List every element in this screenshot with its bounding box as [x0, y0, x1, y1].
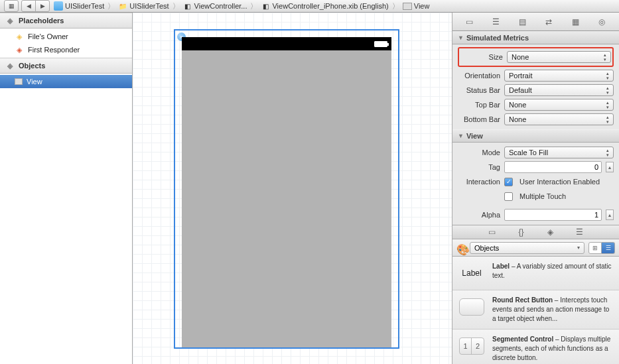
- view-mode-segment[interactable]: ⊞ ☰: [588, 242, 615, 254]
- crumb-file-en[interactable]: ◧ViewController_iPhone.xib (English): [259, 1, 389, 11]
- forward-button[interactable]: ▶: [35, 0, 50, 12]
- crumb-view[interactable]: View: [401, 2, 431, 10]
- library-item-segmented[interactable]: 12 Segmented Control – Displays multiple…: [452, 330, 619, 364]
- canvas-area: × ☰ ▭ ⊟ ⊡: [133, 13, 452, 364]
- popup-value: Objects: [474, 244, 499, 252]
- view-icon: [403, 3, 412, 10]
- snippet-icon[interactable]: {}: [516, 227, 527, 237]
- size-inspector-icon[interactable]: ▦: [570, 17, 581, 27]
- xib-icon: ◧: [261, 1, 270, 11]
- input-value: 1: [594, 211, 598, 219]
- tag-label: Tag: [458, 163, 500, 171]
- uie-label: User Interaction Enabled: [519, 178, 600, 186]
- list-view-icon[interactable]: ☰: [602, 242, 615, 254]
- section-label: View: [466, 132, 483, 140]
- grid-view-icon[interactable]: ⊞: [588, 242, 602, 254]
- outline-row-first-responder[interactable]: ◈First Responder: [0, 43, 132, 56]
- select-value: None: [512, 53, 529, 61]
- statusbar-label: Status Bar: [458, 86, 500, 94]
- crumb-label: ViewController_iPhone.xib (English): [272, 2, 388, 10]
- topbar-label: Top Bar: [458, 101, 500, 109]
- item-desc: Round Rect Button – Intercepts touch eve…: [492, 296, 614, 324]
- library-item-button[interactable]: Round Rect Button – Intercepts touch eve…: [452, 290, 619, 330]
- bottombar-label: Bottom Bar: [458, 115, 500, 123]
- orientation-label: Orientation: [458, 72, 500, 80]
- attributes-inspector-icon[interactable]: ⇄: [543, 17, 554, 27]
- tag-stepper[interactable]: ▲: [606, 162, 614, 172]
- top-toolbar: ▦ ◀ ▶ UISliderTest 〉 📁UISliderTest 〉 ◧Vi…: [0, 0, 619, 13]
- placeholders-header: ◈Placeholders: [0, 13, 132, 29]
- help-inspector-icon[interactable]: ☰: [491, 17, 502, 27]
- cube-icon: ◈: [5, 16, 15, 25]
- row-label: First Responder: [28, 46, 80, 54]
- file-template-icon[interactable]: ▭: [487, 227, 498, 237]
- identity-inspector-icon[interactable]: ▤: [517, 17, 528, 27]
- crumb-label: UISliderTest: [65, 2, 104, 10]
- library-item-label[interactable]: Label Label – A variably sized amount of…: [452, 257, 619, 290]
- folder-icon: 📁: [118, 1, 127, 11]
- view-section-header[interactable]: ▼View: [452, 129, 619, 143]
- outline-row-files-owner[interactable]: ◈File's Owner: [0, 30, 132, 43]
- crumb-project[interactable]: UISliderTest: [52, 1, 105, 11]
- alpha-stepper[interactable]: ▲: [606, 210, 614, 220]
- crumb-label: UISliderTest: [129, 2, 169, 10]
- disclosure-icon: ▼: [458, 133, 464, 139]
- cube-icon: ◈: [15, 45, 24, 54]
- media-library-icon[interactable]: ☰: [575, 227, 585, 237]
- cube-icon: ◈: [5, 61, 15, 70]
- select-value: Portrait: [509, 72, 532, 80]
- section-label: Simulated Metrics: [466, 34, 529, 42]
- tag-input[interactable]: 0: [504, 161, 602, 173]
- objects-popup[interactable]: Objects: [470, 242, 585, 254]
- object-library-icon[interactable]: ◈: [545, 227, 556, 237]
- topbar-select[interactable]: None: [504, 99, 614, 111]
- user-interaction-checkbox[interactable]: ✓: [504, 178, 513, 186]
- crumb-label: ViewController...: [194, 2, 247, 10]
- xib-icon: ◧: [183, 1, 192, 11]
- objects-header: ◈Objects: [0, 58, 132, 74]
- breadcrumb: UISliderTest 〉 📁UISliderTest 〉 ◧ViewCont…: [52, 1, 431, 11]
- chevron-right-icon: 〉: [392, 1, 399, 11]
- header-label: Placeholders: [19, 17, 64, 25]
- button-thumb: [458, 296, 486, 318]
- file-inspector-icon[interactable]: ▭: [464, 17, 475, 27]
- bottombar-select[interactable]: None: [504, 113, 614, 125]
- grid-icon[interactable]: ▦: [4, 0, 19, 12]
- canvas[interactable]: ×: [133, 13, 452, 364]
- crumb-file[interactable]: ◧ViewController...: [182, 1, 249, 11]
- alpha-label: Alpha: [458, 211, 500, 219]
- disclosure-icon: ▼: [458, 34, 464, 41]
- mt-label: Multiple Touch: [519, 192, 566, 200]
- crumb-folder[interactable]: 📁UISliderTest: [117, 1, 170, 11]
- select-value: None: [509, 115, 526, 123]
- interaction-label: Interaction: [458, 178, 500, 186]
- project-icon: [54, 1, 63, 11]
- view-icon: [15, 78, 23, 85]
- mode-label: Mode: [458, 149, 500, 156]
- mode-select[interactable]: Scale To Fill: [504, 147, 614, 158]
- library-icon: 🎨: [456, 243, 466, 253]
- orientation-select[interactable]: Portrait: [504, 70, 614, 82]
- statusbar-select[interactable]: Default: [504, 84, 614, 96]
- item-desc: Label – A variably sized amount of stati…: [492, 262, 614, 284]
- simulated-metrics-header[interactable]: ▼Simulated Metrics: [452, 31, 619, 44]
- multiple-touch-checkbox[interactable]: [504, 192, 513, 201]
- alpha-input[interactable]: 1: [504, 209, 602, 221]
- outline-row-view[interactable]: View: [0, 75, 132, 88]
- cube-icon: ◈: [15, 32, 24, 41]
- row-label: File's Owner: [28, 32, 68, 40]
- segmented-thumb: 12: [458, 335, 486, 357]
- library-toolbar: 🎨 Objects ⊞ ☰: [452, 239, 619, 257]
- size-select[interactable]: None: [507, 51, 611, 63]
- back-button[interactable]: ◀: [21, 0, 36, 12]
- inspector-panel: ▭ ☰ ▤ ⇄ ▦ ◎ ▼Simulated Metrics Size None…: [452, 13, 619, 364]
- item-desc: Segmented Control – Displays multiple se…: [492, 335, 614, 363]
- selected-view[interactable]: ×: [174, 29, 399, 349]
- connections-inspector-icon[interactable]: ◎: [596, 17, 607, 27]
- battery-icon: [374, 41, 387, 47]
- library-list[interactable]: Label Label – A variably sized amount of…: [452, 257, 619, 364]
- chevron-right-icon: 〉: [250, 1, 257, 11]
- select-value: Scale To Fill: [509, 149, 548, 156]
- crumb-label: View: [414, 2, 430, 10]
- inspector-tabs: ▭ ☰ ▤ ⇄ ▦ ◎: [452, 13, 619, 31]
